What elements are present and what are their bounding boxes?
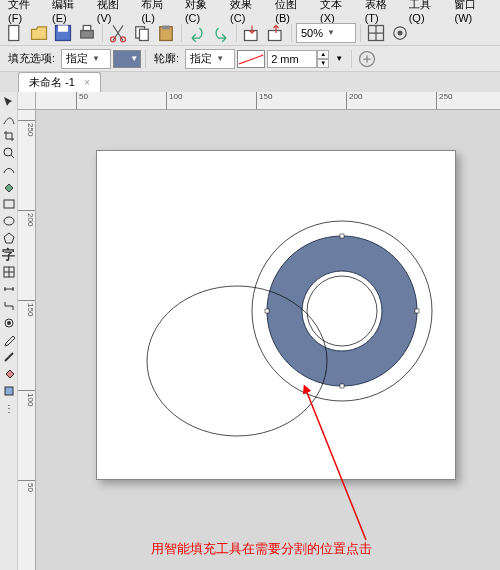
outline-label: 轮廓: — [150, 51, 183, 66]
menu-bar: 文件(F) 编辑(E) 视图(V) 布局(L) 对象(C) 效果(C) 位图(B… — [0, 0, 500, 20]
save-icon[interactable] — [52, 22, 74, 44]
spin-down-icon[interactable]: ▼ — [317, 59, 329, 68]
text-tool-icon[interactable]: 字 — [1, 247, 17, 263]
fill-color-swatch[interactable]: ▼ — [113, 50, 141, 68]
outline-color-swatch[interactable] — [237, 50, 265, 68]
canvas-viewport[interactable]: 用智能填充工具在需要分割的位置点击 — [36, 110, 500, 570]
fill-mode-dropdown[interactable]: 指定▼ — [61, 49, 111, 69]
freehand-tool-icon[interactable] — [1, 162, 17, 178]
more-tools-icon[interactable]: ⋮ — [1, 400, 17, 416]
svg-rect-10 — [162, 25, 170, 29]
fill-tool-icon[interactable] — [1, 366, 17, 382]
workspace: 字 ⋮ 50 100 150 200 250 250 200 150 100 5… — [0, 92, 500, 570]
open-icon[interactable] — [28, 22, 50, 44]
menu-window[interactable]: 窗口(W) — [450, 0, 496, 26]
rectangle-tool-icon[interactable] — [1, 196, 17, 212]
outline-tool-icon[interactable] — [1, 349, 17, 365]
svg-point-17 — [4, 148, 12, 156]
ellipse-tool-icon[interactable] — [1, 213, 17, 229]
annotation-arrow — [36, 110, 500, 570]
stroke-width-input[interactable]: ▲▼ — [267, 50, 329, 68]
svg-rect-0 — [9, 25, 19, 40]
svg-rect-3 — [81, 30, 94, 38]
zoom-dropdown[interactable]: 50% ▼ — [296, 23, 356, 43]
svg-line-31 — [306, 390, 366, 540]
import-icon[interactable] — [241, 22, 263, 44]
document-tab[interactable]: 未命名 -1 × — [18, 72, 101, 92]
tab-label: 未命名 -1 — [29, 76, 75, 88]
print-icon[interactable] — [76, 22, 98, 44]
annotation-text: 用智能填充工具在需要分割的位置点击 — [151, 540, 372, 558]
canvas-area: 50 100 150 200 250 250 200 150 100 50 0 — [18, 92, 500, 570]
zoom-tool-icon[interactable] — [1, 145, 17, 161]
export-icon[interactable] — [265, 22, 287, 44]
effects-tool-icon[interactable] — [1, 315, 17, 331]
vertical-ruler: 250 200 150 100 50 0 — [18, 110, 36, 570]
smart-fill-tool-icon[interactable] — [1, 179, 17, 195]
svg-rect-8 — [140, 29, 149, 40]
snap-icon[interactable] — [365, 22, 387, 44]
horizontal-ruler: 50 100 150 200 250 — [36, 92, 500, 110]
svg-point-5 — [111, 36, 116, 41]
pick-tool-icon[interactable] — [1, 94, 17, 110]
toolbox: 字 ⋮ — [0, 92, 18, 570]
svg-point-6 — [121, 36, 126, 41]
table-tool-icon[interactable] — [1, 264, 17, 280]
svg-point-15 — [398, 30, 403, 35]
svg-rect-4 — [83, 25, 91, 30]
property-bar: 填充选项: 指定▼ ▼ 轮廓: 指定▼ ▲▼ ▼ — [0, 46, 500, 72]
connector-tool-icon[interactable] — [1, 298, 17, 314]
options-icon[interactable] — [389, 22, 411, 44]
fill-label: 填充选项: — [4, 51, 59, 66]
new-icon[interactable] — [4, 22, 26, 44]
copy-icon[interactable] — [131, 22, 153, 44]
ruler-corner — [18, 92, 36, 110]
cut-icon[interactable] — [107, 22, 129, 44]
svg-point-22 — [7, 321, 11, 325]
shape-tool-icon[interactable] — [1, 111, 17, 127]
paste-icon[interactable] — [155, 22, 177, 44]
menu-tools[interactable]: 工具(Q) — [405, 0, 449, 26]
eyedropper-tool-icon[interactable] — [1, 332, 17, 348]
spin-up-icon[interactable]: ▲ — [317, 50, 329, 59]
dimension-tool-icon[interactable] — [1, 281, 17, 297]
svg-rect-23 — [5, 387, 13, 395]
svg-rect-12 — [269, 30, 282, 40]
undo-icon[interactable] — [186, 22, 208, 44]
svg-rect-18 — [4, 200, 14, 208]
redo-icon[interactable] — [210, 22, 232, 44]
close-tab-icon[interactable]: × — [84, 77, 90, 88]
polygon-tool-icon[interactable] — [1, 230, 17, 246]
document-tabs: 未命名 -1 × — [0, 72, 500, 92]
interactive-fill-icon[interactable] — [1, 383, 17, 399]
add-icon[interactable] — [356, 48, 378, 70]
outline-mode-dropdown[interactable]: 指定▼ — [185, 49, 235, 69]
svg-point-19 — [4, 217, 14, 225]
crop-tool-icon[interactable] — [1, 128, 17, 144]
svg-rect-2 — [58, 25, 68, 31]
zoom-value: 50% — [301, 27, 323, 39]
chevron-down-icon: ▼ — [327, 28, 335, 37]
